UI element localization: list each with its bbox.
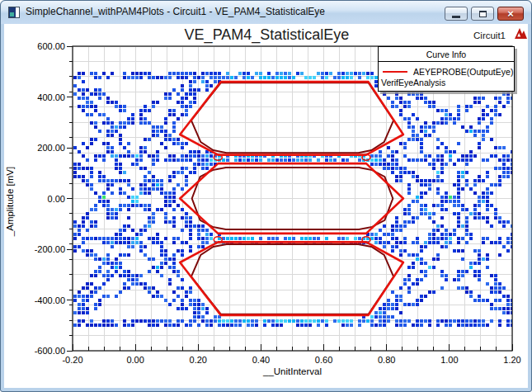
legend-title: Curve Info <box>379 47 514 62</box>
legend-entry-label: AEYEPROBE(OutputEye) <box>413 67 513 77</box>
x-tick-labels: -0.200.000.200.400.600.801.001.20 <box>62 355 520 365</box>
x-axis-label: __UnitInterval <box>73 366 512 376</box>
svg-text:200.00: 200.00 <box>37 143 65 153</box>
svg-text:-200.00: -200.00 <box>35 244 65 254</box>
svg-text:0.60: 0.60 <box>315 355 332 365</box>
svg-text:0.20: 0.20 <box>190 355 207 365</box>
svg-text:400.00: 400.00 <box>37 92 65 102</box>
svg-text:1.00: 1.00 <box>440 355 458 365</box>
red-line-swatch <box>383 71 407 73</box>
svg-text:-600.00: -600.00 <box>35 346 65 356</box>
legend-entry: AEYEPROBE(OutputEye) <box>379 62 514 77</box>
svg-text:0.80: 0.80 <box>378 355 395 365</box>
svg-text:600.00: 600.00 <box>37 41 65 51</box>
svg-text:-0.20: -0.20 <box>62 355 82 365</box>
legend-box: Curve Info AEYEPROBE(OutputEye) VerifEye… <box>378 46 515 92</box>
svg-text:1.20: 1.20 <box>503 355 520 365</box>
y-tick-labels: 600.00400.00200.000.00-200.00-400.00-600… <box>35 41 65 356</box>
app-window: SimpleChannel_withPAM4Plots - Circuit1 -… <box>0 0 532 392</box>
svg-text:0.40: 0.40 <box>252 355 270 365</box>
y-axis-label: _Amplitude [mV] <box>5 144 20 259</box>
legend-entry-sublabel: VerifEyeAnalysis <box>379 77 514 91</box>
svg-text:0.00: 0.00 <box>48 194 65 204</box>
svg-text:0.00: 0.00 <box>126 355 144 365</box>
svg-text:-400.00: -400.00 <box>35 295 65 305</box>
